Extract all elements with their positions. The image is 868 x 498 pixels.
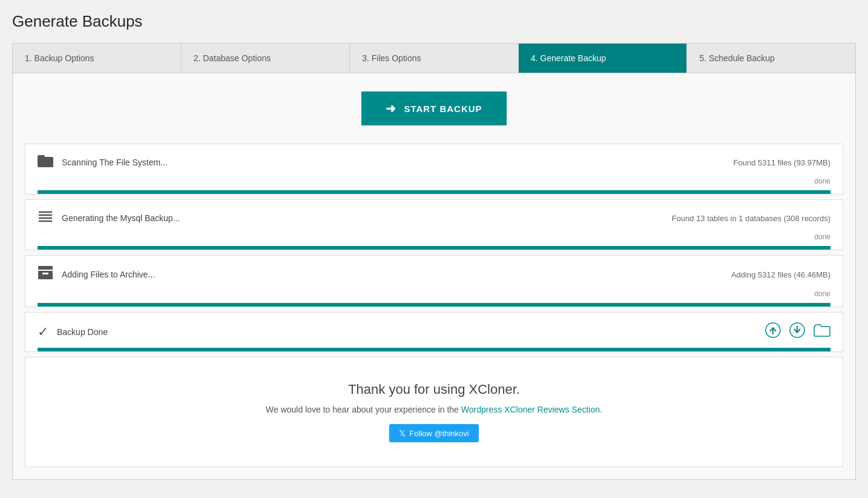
- thank-you-panel: Thank you for using XCloner. We would lo…: [25, 357, 843, 467]
- scan-status: Found 5311 files (93.97MB): [734, 158, 830, 167]
- adding-files-card: Adding Files to Archive... Adding 5312 f…: [25, 255, 843, 307]
- adding-files-label: Adding Files to Archive...: [62, 270, 155, 279]
- download-icon[interactable]: [789, 322, 805, 342]
- checkmark-icon: ✓: [38, 324, 48, 340]
- scan-done-label: done: [38, 177, 830, 185]
- twitter-icon: 𝕏: [399, 428, 406, 438]
- tab-schedule-backup[interactable]: 5. Schedule Backup: [687, 44, 855, 73]
- arrow-right-icon: ➜: [386, 101, 396, 116]
- scan-label: Scanning The File System...: [62, 158, 168, 167]
- tab-database-options[interactable]: 2. Database Options: [182, 44, 350, 73]
- thank-you-title: Thank you for using XCloner.: [38, 382, 830, 397]
- adding-files-progress-bar: [38, 303, 830, 307]
- tabs-nav: 1. Backup Options 2. Database Options 3.…: [12, 43, 856, 73]
- mysql-backup-card: Generating the Mysql Backup... Found 13 …: [25, 199, 843, 250]
- svg-rect-6: [38, 266, 53, 270]
- backup-done-label: Backup Done: [57, 327, 108, 337]
- scan-progress-bar: [38, 190, 830, 194]
- mysql-status: Found 13 tables in 1 databases (308 reco…: [672, 214, 830, 223]
- reviews-link[interactable]: Wordpress XCloner Reviews Section: [461, 405, 600, 414]
- tab-files-options[interactable]: 3. Files Options: [350, 44, 519, 73]
- backup-done-card: ✓ Backup Done: [25, 312, 843, 352]
- upload-icon[interactable]: [765, 322, 781, 342]
- adding-files-done-label: done: [38, 290, 830, 298]
- folder-icon: [38, 154, 53, 171]
- svg-rect-7: [38, 271, 53, 279]
- tab-generate-backup[interactable]: 4. Generate Backup: [519, 44, 688, 73]
- open-folder-icon[interactable]: [814, 323, 830, 341]
- main-panel: ➜ START BACKUP Scanning The File System.…: [12, 73, 856, 480]
- mysql-label: Generating the Mysql Backup...: [62, 213, 180, 223]
- start-backup-wrap: ➜ START BACKUP: [25, 91, 843, 125]
- scan-filesystem-card: Scanning The File System... Found 5311 f…: [25, 144, 843, 194]
- page-title: Generate Backups: [12, 12, 856, 31]
- svg-rect-8: [42, 273, 48, 274]
- mysql-progress-bar: [38, 246, 830, 250]
- archive-icon: [38, 265, 53, 284]
- svg-rect-1: [38, 155, 45, 158]
- backup-done-actions: [765, 322, 830, 342]
- mysql-done-label: done: [38, 233, 830, 241]
- thank-you-description: We would love to hear about your experie…: [38, 405, 830, 414]
- database-icon: [38, 210, 53, 227]
- start-backup-button[interactable]: ➜ START BACKUP: [361, 91, 506, 125]
- adding-files-status: Adding 5312 files (46.46MB): [731, 270, 830, 279]
- tab-backup-options[interactable]: 1. Backup Options: [13, 44, 182, 73]
- twitter-follow-button[interactable]: 𝕏 Follow @thinkovi: [389, 424, 478, 442]
- backup-done-progress-bar: [38, 348, 830, 351]
- svg-rect-0: [38, 157, 53, 167]
